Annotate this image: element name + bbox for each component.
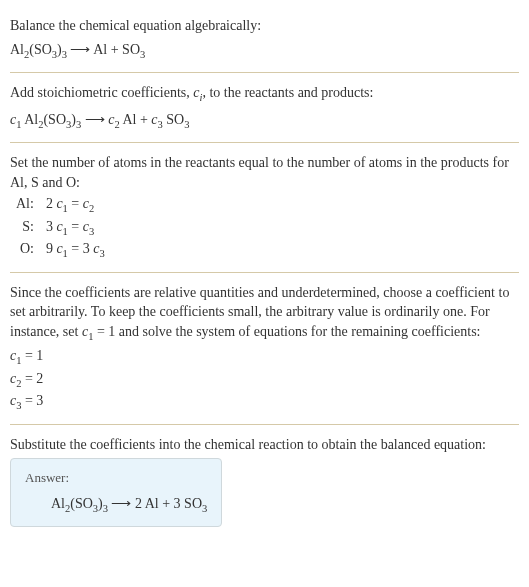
add-coeff-intro: Add stoichiometric coefficients, ci, to … [10,83,519,105]
divider [10,424,519,425]
section-problem: Balance the chemical equation algebraica… [10,8,519,70]
element-label: S: [10,217,40,239]
element-equation: 2 c1 = c2 [40,194,111,216]
coefficient-value: c2 = 2 [10,369,519,391]
atom-balance-intro: Set the number of atoms in the reactants… [10,153,519,192]
coefficient-list: c1 = 1 c2 = 2 c3 = 3 [10,346,519,413]
table-row: Al: 2 c1 = c2 [10,194,111,216]
answer-label: Answer: [25,469,207,487]
answer-box: Answer: Al2(SO3)3 ⟶ 2 Al + 3 SO3 [10,458,222,527]
atom-balance-table: Al: 2 c1 = c2 S: 3 c1 = c3 O: 9 c1 = 3 c… [10,194,111,261]
unbalanced-equation: Al2(SO3)3 ⟶ Al + SO3 [10,40,519,62]
element-label: O: [10,239,40,261]
divider [10,272,519,273]
divider [10,142,519,143]
balanced-equation: Al2(SO3)3 ⟶ 2 Al + 3 SO3 [25,494,207,516]
section-answer: Substitute the coefficients into the che… [10,427,519,535]
element-label: Al: [10,194,40,216]
table-row: S: 3 c1 = c3 [10,217,111,239]
coefficient-value: c3 = 3 [10,391,519,413]
element-equation: 3 c1 = c3 [40,217,111,239]
element-equation: 9 c1 = 3 c3 [40,239,111,261]
section-add-coefficients: Add stoichiometric coefficients, ci, to … [10,75,519,140]
section-atom-balance: Set the number of atoms in the reactants… [10,145,519,270]
answer-intro: Substitute the coefficients into the che… [10,435,519,455]
solve-intro: Since the coefficients are relative quan… [10,283,519,345]
problem-intro: Balance the chemical equation algebraica… [10,16,519,36]
table-row: O: 9 c1 = 3 c3 [10,239,111,261]
coeff-equation: c1 Al2(SO3)3 ⟶ c2 Al + c3 SO3 [10,110,519,132]
section-solve: Since the coefficients are relative quan… [10,275,519,422]
divider [10,72,519,73]
coefficient-value: c1 = 1 [10,346,519,368]
